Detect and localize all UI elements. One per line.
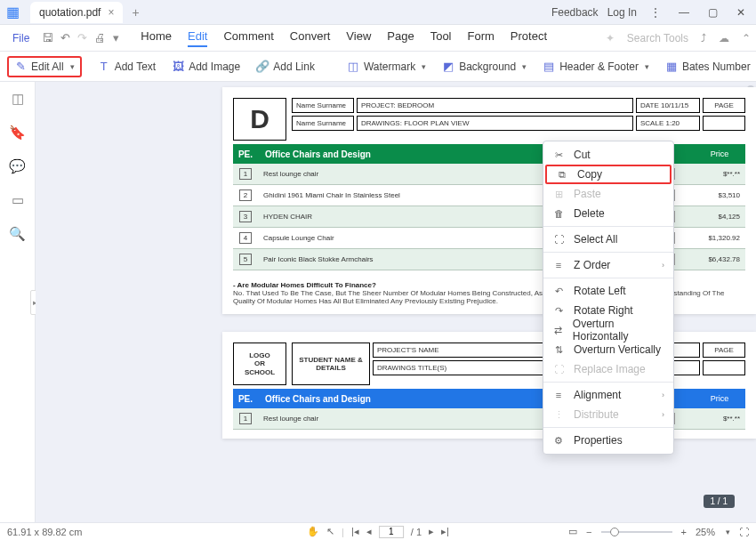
feedback-link[interactable]: Feedback <box>551 6 599 19</box>
ctx-delete[interactable]: 🗑Delete <box>543 204 673 223</box>
ctx-select-all[interactable]: ⛶Select All <box>543 230 673 249</box>
text-icon: T <box>98 60 110 73</box>
print-icon[interactable]: 🖨 <box>94 31 106 44</box>
edit-icon: ✎ <box>14 60 27 73</box>
ctx-alignment[interactable]: ≡Alignment› <box>543 385 673 405</box>
undo-icon[interactable]: ↶ <box>60 31 70 44</box>
ctx-overturn-vertically[interactable]: ⇅Overturn Vertically <box>543 340 673 359</box>
bookmark-icon[interactable]: 🔖 <box>10 125 26 141</box>
page-total: / 1 <box>411 527 422 537</box>
bates-icon: ▦ <box>665 60 678 73</box>
add-image-button[interactable]: 🖼 Add Image <box>172 60 240 73</box>
tab-comment[interactable]: Comment <box>223 29 273 47</box>
header-footer-button[interactable]: ▤ Header & Footer▾ <box>543 60 649 73</box>
page-number-input[interactable] <box>379 526 404 538</box>
page-indicator-badge: 1 / 1 <box>704 495 735 508</box>
doc-logo: D <box>233 98 286 141</box>
attachment-icon[interactable]: ▭ <box>10 192 26 208</box>
zoom-value: 25% <box>696 527 715 537</box>
ctx-properties[interactable]: ⚙Properties <box>543 431 673 450</box>
tab-view[interactable]: View <box>346 29 371 47</box>
add-text-button[interactable]: T Add Text <box>98 60 156 73</box>
link-icon: 🔗 <box>256 60 269 73</box>
tab-edit[interactable]: Edit <box>188 29 207 47</box>
app-icon: ▦ <box>0 0 25 25</box>
close-window-icon[interactable]: ✕ <box>731 6 751 19</box>
tab-protect[interactable]: Protect <box>511 29 547 47</box>
last-page-icon[interactable]: ▸| <box>441 526 449 537</box>
prev-page-icon[interactable]: ◂ <box>366 526 372 537</box>
add-link-button[interactable]: 🔗 Add Link <box>256 60 315 73</box>
bates-number-button[interactable]: ▦ Bates Number▾ <box>665 60 756 73</box>
ctx-copy[interactable]: ⧉Copy <box>545 165 672 184</box>
image-icon: 🖼 <box>172 60 184 73</box>
edit-all-button[interactable]: ✎ Edit All▾ <box>7 56 82 77</box>
redo-icon[interactable]: ↷ <box>77 31 87 44</box>
edit-toolbar: ✎ Edit All▾ T Add Text 🖼 Add Image 🔗 Add… <box>0 52 756 82</box>
statusbar: 61.91 x 89.82 cm ✋ ↖ | |◂ ◂ / 1 ▸ ▸| ▭ −… <box>0 522 756 540</box>
header-footer-icon: ▤ <box>543 60 555 73</box>
tab-form[interactable]: Form <box>468 29 495 47</box>
ctx-paste: ⊞Paste <box>543 184 673 204</box>
background-icon: ◩ <box>442 60 454 73</box>
hand-tool-icon[interactable]: ✋ <box>307 526 319 537</box>
zoom-dropdown-icon[interactable]: ▾ <box>726 528 730 536</box>
ctx-cut[interactable]: ✂Cut <box>543 145 673 165</box>
context-menu: ✂Cut⧉Copy⊞Paste🗑Delete⛶Select All≡Z Orde… <box>543 141 674 455</box>
search-tools-input[interactable]: Search Tools <box>627 32 688 44</box>
cloud-icon[interactable]: ☁ <box>719 32 729 44</box>
titlebar: ▦ quotation.pdf × + Feedback Log In ⋮ — … <box>0 0 756 25</box>
close-tab-icon[interactable]: × <box>108 6 114 19</box>
tab-convert[interactable]: Convert <box>290 29 331 47</box>
add-tab-button[interactable]: + <box>132 5 139 20</box>
ctx-rotate-left[interactable]: ↶Rotate Left <box>543 281 673 301</box>
zoom-in-icon[interactable]: + <box>681 527 687 537</box>
fullscreen-icon[interactable]: ⛶ <box>739 527 749 537</box>
maximize-icon[interactable]: ▢ <box>703 6 722 19</box>
kebab-icon[interactable]: ⋮ <box>646 6 665 19</box>
doc2-logo: LOGO OR SCHOOL <box>233 343 286 385</box>
tab-home[interactable]: Home <box>141 29 172 47</box>
watermark-button[interactable]: ◫ Watermark▾ <box>347 60 426 73</box>
ctx-distribute: ⋮Distribute› <box>543 405 673 424</box>
view-mode-icon[interactable]: ▭ <box>568 526 577 537</box>
ctx-z-order[interactable]: ≡Z Order› <box>543 255 673 275</box>
tab-page[interactable]: Page <box>387 29 414 47</box>
pdf-page-2[interactable]: LOGO OR SCHOOL STUDENT NAME & DETAILS PR… <box>222 332 756 439</box>
share-icon[interactable]: ⤴ <box>701 32 706 44</box>
page-dimensions: 61.91 x 89.82 cm <box>7 527 82 537</box>
thumbnails-icon[interactable]: ◫ <box>10 91 26 107</box>
ctx-replace-image: ⛶Replace Image <box>543 359 673 379</box>
zoom-slider[interactable] <box>601 531 672 533</box>
file-menu[interactable]: File <box>5 32 36 44</box>
zoom-out-icon[interactable]: − <box>586 527 591 537</box>
ribbon-tabs: Home Edit Comment Convert View Page Tool… <box>141 29 547 47</box>
save-icon[interactable]: 🖫 <box>42 31 53 44</box>
more-qa-icon[interactable]: ▾ <box>113 31 119 44</box>
menubar: File 🖫 ↶ ↷ 🖨 ▾ Home Edit Comment Convert… <box>0 25 756 52</box>
background-button[interactable]: ◩ Background▾ <box>442 60 527 73</box>
document-tab[interactable]: quotation.pdf × <box>30 2 123 23</box>
tab-tool[interactable]: Tool <box>430 29 452 47</box>
select-tool-icon[interactable]: ↖ <box>326 526 334 537</box>
pdf-page-1[interactable]: D Name Surname PROJECT: BEDROOM DATE 10/… <box>222 87 756 314</box>
next-page-icon[interactable]: ▸ <box>429 526 434 537</box>
ctx-overturn-horizontally[interactable]: ⇄Overturn Horizontally <box>543 320 673 340</box>
search-panel-icon[interactable]: 🔍 <box>10 226 26 242</box>
wand-icon[interactable]: ✦ <box>606 32 615 44</box>
minimize-icon[interactable]: — <box>674 6 694 19</box>
tab-title: quotation.pdf <box>39 6 101 19</box>
comment-panel-icon[interactable]: 💬 <box>10 158 26 174</box>
login-link[interactable]: Log In <box>607 6 637 19</box>
collapse-ribbon-icon[interactable]: ⌃ <box>742 32 751 44</box>
watermark-icon: ◫ <box>347 60 359 73</box>
first-page-icon[interactable]: |◂ <box>351 526 359 537</box>
